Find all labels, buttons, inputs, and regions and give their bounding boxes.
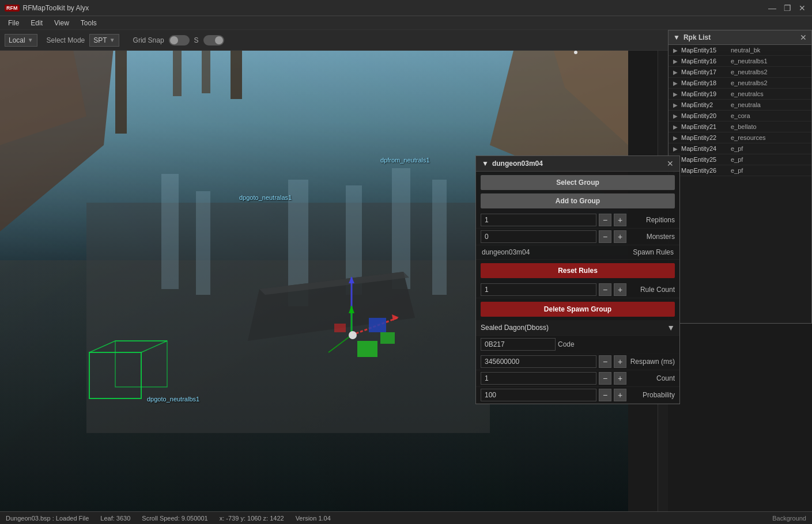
svg-rect-17 bbox=[432, 180, 447, 295]
rpk-item-arrow[interactable]: ▶ bbox=[673, 69, 678, 75]
rpk-list-item[interactable]: ▶ MapEntity24 e_pf bbox=[669, 143, 811, 154]
rpk-close-button[interactable]: ✕ bbox=[800, 33, 807, 42]
spawn-close-button[interactable]: ✕ bbox=[667, 159, 674, 168]
monsters-decrement[interactable]: − bbox=[599, 230, 611, 243]
spawn-collapse-arrow[interactable]: ▼ bbox=[482, 160, 489, 168]
add-to-group-row: Add to Group bbox=[476, 193, 679, 212]
rpk-list-item[interactable]: ▶ MapEntity18 e_neutralbs2 bbox=[669, 78, 811, 89]
statusbar: Dungeon03.bsp : Loaded File Leaf: 3630 S… bbox=[0, 511, 812, 524]
repetitions-increment[interactable]: + bbox=[614, 214, 626, 226]
grid-snap-toggle[interactable] bbox=[169, 35, 190, 45]
app-logo: RFM bbox=[5, 5, 20, 12]
monsters-input[interactable] bbox=[481, 230, 596, 243]
repetitions-row: − + Repitions bbox=[476, 212, 679, 229]
select-group-button[interactable]: Select Group bbox=[481, 175, 675, 190]
rpk-list-item[interactable]: ▶ MapEntity17 e_neutralbs2 bbox=[669, 67, 811, 78]
rpk-item-value: e_pf bbox=[731, 156, 743, 163]
svg-rect-29 bbox=[334, 324, 346, 332]
status-background: Background bbox=[772, 515, 806, 522]
rpk-item-arrow[interactable]: ▶ bbox=[673, 80, 678, 86]
vp-label-dpgoto-b: dpgoto_neutralbs1 bbox=[147, 396, 199, 403]
close-button[interactable]: ✕ bbox=[797, 3, 807, 13]
monsters-label: Monsters bbox=[629, 233, 675, 241]
probability-input[interactable] bbox=[481, 389, 596, 401]
rule-count-increment[interactable]: + bbox=[614, 283, 626, 296]
select-group-row: Select Group bbox=[476, 172, 679, 193]
count-decrement[interactable]: − bbox=[599, 372, 611, 385]
count-label: Count bbox=[629, 374, 675, 382]
grid-snap-label: Grid Snap bbox=[133, 36, 164, 44]
vp-label-dpfrom: dpfrom_neutrals1 bbox=[380, 157, 430, 164]
delete-spawn-button[interactable]: Delete Spawn Group bbox=[481, 302, 675, 317]
rpk-collapse-arrow[interactable]: ▼ bbox=[673, 33, 680, 41]
rpk-item-arrow[interactable]: ▶ bbox=[673, 135, 678, 141]
respawn-decrement[interactable]: − bbox=[599, 355, 611, 368]
respawn-input[interactable] bbox=[481, 355, 596, 368]
spawn-panel-header: ▼ dungeon03m04 ✕ bbox=[476, 156, 679, 172]
rpk-list-item[interactable]: ▶ MapEntity2 e_neutrala bbox=[669, 100, 811, 111]
monsters-increment[interactable]: + bbox=[614, 230, 626, 243]
svg-rect-12 bbox=[161, 174, 179, 289]
rpk-item-name: MapEntity22 bbox=[681, 134, 727, 141]
rpk-list-item[interactable]: ▶ MapEntity26 e_pf bbox=[669, 165, 811, 176]
spawn-rules-label: Spawn Rules bbox=[633, 248, 674, 256]
repetitions-decrement[interactable]: − bbox=[599, 214, 611, 226]
svg-rect-10 bbox=[202, 47, 210, 93]
rpk-item-arrow[interactable]: ▶ bbox=[673, 113, 678, 119]
rule-count-input[interactable] bbox=[481, 283, 596, 296]
spawn-entity-arrow[interactable]: ▼ bbox=[667, 323, 675, 332]
probability-increment[interactable]: + bbox=[614, 389, 626, 401]
rpk-list-item[interactable]: ▶ MapEntity25 e_pf bbox=[669, 154, 811, 165]
spawn-entity-row: Sealed Dagon(Dboss) ▼ bbox=[476, 320, 679, 336]
respawn-label: Respawn (ms) bbox=[629, 358, 675, 366]
rule-count-decrement[interactable]: − bbox=[599, 283, 611, 296]
status-version: Version 1.04 bbox=[296, 515, 331, 522]
rpk-item-name: MapEntity18 bbox=[681, 79, 727, 86]
reset-rules-button[interactable]: Reset Rules bbox=[481, 263, 675, 278]
code-row: Code bbox=[476, 336, 679, 354]
s-toggle[interactable] bbox=[203, 35, 224, 45]
delete-spawn-row: Delete Spawn Group bbox=[476, 298, 679, 320]
rpk-item-arrow[interactable]: ▶ bbox=[673, 146, 678, 152]
menu-view[interactable]: View bbox=[48, 18, 75, 28]
rpk-item-arrow[interactable]: ▶ bbox=[673, 102, 678, 108]
local-dropdown[interactable]: Local ▼ bbox=[5, 34, 37, 47]
rpk-item-name: MapEntity17 bbox=[681, 69, 727, 75]
probability-label: Probability bbox=[629, 391, 675, 399]
titlebar: RFM RFMapToolkit by Alyx — ❐ ✕ bbox=[0, 0, 812, 16]
rpk-panel-title: ▼ Rpk List bbox=[673, 33, 711, 41]
rpk-item-value: e_pf bbox=[731, 167, 743, 174]
count-input[interactable] bbox=[481, 372, 596, 385]
rpk-item-arrow[interactable]: ▶ bbox=[673, 47, 678, 54]
respawn-increment[interactable]: + bbox=[614, 355, 626, 368]
repetitions-input[interactable] bbox=[481, 214, 596, 226]
rpk-list-item[interactable]: ▶ MapEntity20 e_cora bbox=[669, 111, 811, 121]
rpk-list-item[interactable]: ▶ MapEntity22 e_resources bbox=[669, 132, 811, 143]
minimize-button[interactable]: — bbox=[767, 3, 777, 13]
rpk-list-item[interactable]: ▶ MapEntity15 neutral_bk bbox=[669, 45, 811, 56]
rpk-item-value: e_resources bbox=[731, 134, 766, 141]
rpk-item-value: neutral_bk bbox=[731, 47, 760, 54]
count-increment[interactable]: + bbox=[614, 372, 626, 385]
rpk-panel: ▼ Rpk List ✕ ▶ MapEntity15 neutral_bk ▶ … bbox=[668, 30, 812, 324]
select-mode-dropdown[interactable]: SPT ▼ bbox=[89, 34, 119, 47]
menu-file[interactable]: File bbox=[2, 18, 25, 28]
app-title: RFMapToolkit by Alyx bbox=[23, 4, 89, 12]
code-input[interactable] bbox=[481, 338, 556, 351]
rpk-list-item[interactable]: ▶ MapEntity16 e_neutralbs1 bbox=[669, 56, 811, 67]
rpk-item-name: MapEntity21 bbox=[681, 123, 727, 130]
add-to-group-button[interactable]: Add to Group bbox=[481, 193, 675, 208]
status-file: Dungeon03.bsp : Loaded File bbox=[6, 515, 89, 522]
rpk-item-arrow[interactable]: ▶ bbox=[673, 124, 678, 130]
rpk-item-arrow[interactable]: ▶ bbox=[673, 91, 678, 97]
menu-edit[interactable]: Edit bbox=[25, 18, 48, 28]
status-scroll: Scroll Speed: 9.050001 bbox=[142, 515, 207, 522]
rpk-item-value: e_neutralbs1 bbox=[731, 58, 768, 64]
maximize-button[interactable]: ❐ bbox=[782, 3, 792, 13]
probability-decrement[interactable]: − bbox=[599, 389, 611, 401]
rpk-item-arrow[interactable]: ▶ bbox=[673, 58, 678, 64]
rpk-list: ▶ MapEntity15 neutral_bk ▶ MapEntity16 e… bbox=[669, 45, 811, 176]
menu-tools[interactable]: Tools bbox=[75, 18, 103, 28]
rpk-list-item[interactable]: ▶ MapEntity19 e_neutralcs bbox=[669, 89, 811, 100]
rpk-list-item[interactable]: ▶ MapEntity21 e_bellato bbox=[669, 121, 811, 132]
